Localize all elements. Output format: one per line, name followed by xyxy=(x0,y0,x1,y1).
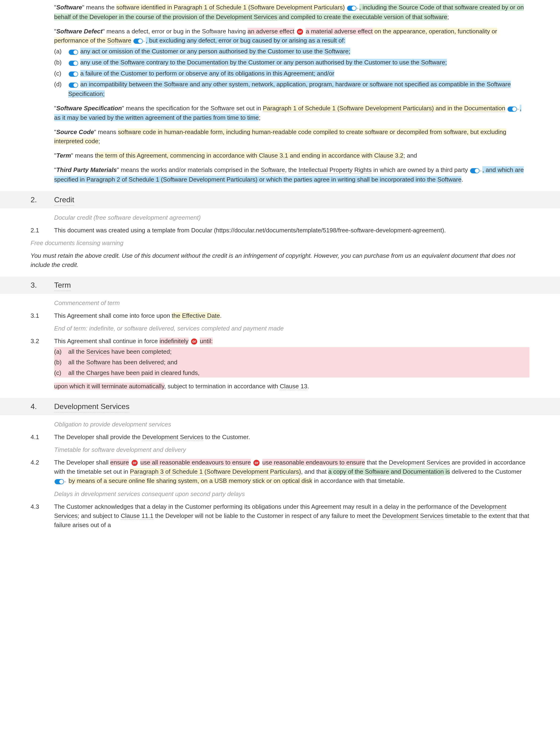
term-label: Term xyxy=(56,152,71,159)
or-badge[interactable]: or xyxy=(297,29,303,35)
clause-number: 2.1 xyxy=(31,226,54,235)
clause-3-1: 3.1 This Agreement shall come into force… xyxy=(31,311,529,320)
or-badge[interactable]: or xyxy=(132,460,138,466)
toggle-icon[interactable] xyxy=(69,58,78,67)
definition-software-specification: "Software Specification" means the speci… xyxy=(54,104,529,123)
chevron-right-icon: ▸ xyxy=(357,5,359,11)
section-title: Credit xyxy=(54,194,74,205)
toggle-icon[interactable]: ▸ xyxy=(470,166,482,175)
clause-note: Timetable for software development and d… xyxy=(54,445,529,454)
toggle-icon[interactable]: ▸ xyxy=(347,3,359,12)
clause-2-1: 2.1 This document was created using a te… xyxy=(31,226,529,235)
section-header-dev-services: 4. Development Services xyxy=(0,398,560,415)
toggle-icon[interactable] xyxy=(69,80,78,90)
toggle-icon[interactable] xyxy=(69,69,78,78)
definition-software-defect: "Software Defect" means a defect, error … xyxy=(54,27,529,99)
chevron-right-icon: ▸ xyxy=(480,168,482,174)
section-header-credit: 2. Credit xyxy=(0,191,560,208)
section-number: 2. xyxy=(31,194,54,205)
section-title: Term xyxy=(54,279,71,291)
toggle-icon[interactable]: ▸ xyxy=(508,104,519,113)
definition-software: "Software" means the software identified… xyxy=(54,3,529,22)
sub-item-a: (a) any act or omission of the Customer … xyxy=(54,47,529,56)
definition-third-party-materials: "Third Party Materials" means the works … xyxy=(54,165,529,184)
term-label: Software Defect xyxy=(56,28,103,35)
definition-term: "Term" means the term of this Agreement,… xyxy=(54,151,529,160)
clause-note: Commencement of term xyxy=(54,298,529,308)
clause-number: 4.1 xyxy=(31,433,54,442)
sub-item-a: (a)all the Services have been completed; xyxy=(54,347,529,356)
chevron-right-icon: ▸ xyxy=(518,106,519,112)
or-badge[interactable]: or xyxy=(191,338,197,344)
clause-note: Obligation to provide development servic… xyxy=(54,420,529,429)
clause-4-1: 4.1 The Developer shall provide the Deve… xyxy=(31,433,529,442)
toggle-icon[interactable]: ▸ xyxy=(54,477,66,486)
section-title: Development Services xyxy=(54,401,129,412)
sub-item-c: (c) a failure of the Customer to perform… xyxy=(54,69,529,79)
term-label: Third Party Materials xyxy=(56,166,117,173)
section-number: 4. xyxy=(31,401,54,412)
section-number: 3. xyxy=(31,279,54,291)
clause-note: End of term: indefinite, or software del… xyxy=(54,324,529,333)
term-label: Software xyxy=(56,4,82,11)
sub-item-b: (b) any use of the Software contrary to … xyxy=(54,58,529,67)
clause-4-2: 4.2 The Developer shall ensure or use al… xyxy=(31,458,529,486)
clause-3-2: 3.2 This Agreement shall continue in for… xyxy=(31,336,529,391)
clause-number: 3.1 xyxy=(31,311,54,320)
clause-note: Delays in development services consequen… xyxy=(54,489,529,499)
term-label: Software Specification xyxy=(56,105,122,112)
sub-item-b: (b)all the Software has been delivered; … xyxy=(54,358,529,367)
clause-number: 3.2 xyxy=(31,336,54,391)
term-label: Source Code xyxy=(56,128,94,136)
warning-title: Free documents licensing warning xyxy=(31,239,529,248)
warning-body: You must retain the above credit. Use of… xyxy=(31,251,529,270)
sub-item-c: (c)all the Charges have been paid in cle… xyxy=(54,368,529,378)
clause-4-3: 4.3 The Customer acknowledges that a del… xyxy=(31,502,529,530)
chevron-right-icon: ▸ xyxy=(143,38,145,44)
clause-number: 4.3 xyxy=(31,502,54,530)
section-header-term: 3. Term xyxy=(0,277,560,294)
sub-item-d: (d) an incompatibility between the Softw… xyxy=(54,80,529,99)
chevron-right-icon: ▸ xyxy=(64,479,66,484)
clause-number: 4.2 xyxy=(31,458,54,486)
clause-note: Docular credit (free software developmen… xyxy=(54,213,529,222)
toggle-icon[interactable] xyxy=(69,47,78,56)
toggle-icon[interactable]: ▸ xyxy=(133,36,145,45)
or-badge[interactable]: or xyxy=(253,460,260,466)
definition-source-code: "Source Code" means software code in hum… xyxy=(54,128,529,146)
